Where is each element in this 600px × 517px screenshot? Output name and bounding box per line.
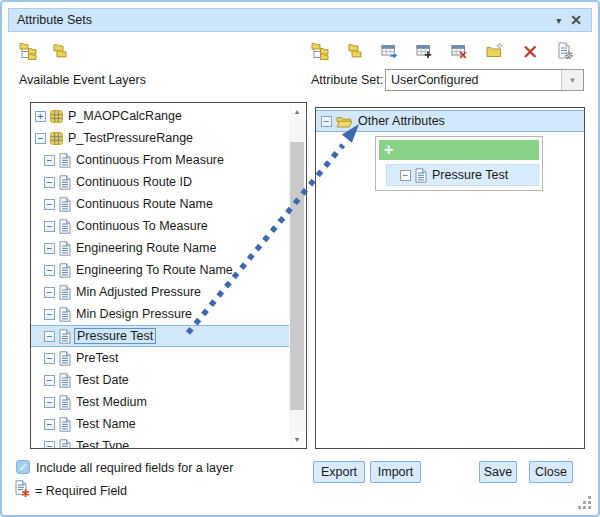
combobox-dropdown-button[interactable]: ▼ — [561, 70, 583, 90]
scrollbar-thumb[interactable] — [290, 142, 304, 410]
table-add-button[interactable] — [415, 41, 435, 61]
properties-icon — [556, 42, 574, 60]
properties-button[interactable] — [555, 41, 575, 61]
remove-button[interactable] — [520, 41, 540, 61]
tree-item-label: Continuous From Measure — [76, 153, 224, 167]
remove-icon — [521, 42, 539, 60]
field-icon — [59, 373, 71, 388]
drag-ghost: + − Pressure Test — [375, 136, 543, 191]
field-icon — [59, 439, 71, 450]
event-layer-icon — [50, 110, 63, 123]
collapse-box[interactable]: − — [44, 397, 55, 408]
attribute-set-label: Attribute Set: — [311, 73, 383, 87]
tree-item[interactable]: − P_TestPressureRange — [31, 127, 289, 149]
event-layer-icon — [50, 132, 63, 145]
tree-item[interactable]: − Continuous To Measure — [31, 215, 289, 237]
import-button[interactable]: Import — [370, 461, 421, 483]
collapse-box[interactable]: − — [44, 177, 55, 188]
tree-item-selected[interactable]: − Pressure Test — [31, 325, 289, 347]
tree-item-label: Other Attributes — [358, 114, 445, 128]
expand-box[interactable]: + — [35, 111, 46, 122]
copy-folders-button[interactable] — [345, 41, 365, 61]
tree-item-label: Pressure Test — [74, 328, 156, 344]
copy-folders-button[interactable] — [50, 41, 70, 61]
tree-item[interactable]: − PreTest — [31, 347, 289, 369]
tree-item[interactable]: − Min Adjusted Pressure — [31, 281, 289, 303]
collapse-box[interactable]: − — [44, 199, 55, 210]
tree-item[interactable]: − Min Design Pressure — [31, 303, 289, 325]
include-required-fields-checkbox[interactable]: ✓ — [16, 460, 30, 474]
attribute-set-value: UserConfigured — [386, 70, 561, 90]
tree-item[interactable]: − Test Type — [31, 435, 289, 449]
scroll-down-icon[interactable]: ▼ — [289, 432, 305, 447]
new-folder-button[interactable] — [485, 41, 505, 61]
collapse-panel-icon[interactable]: ▾ — [556, 15, 561, 26]
collapse-box[interactable]: − — [35, 133, 46, 144]
toolbar-right — [310, 41, 575, 61]
save-button[interactable]: Save — [479, 461, 517, 483]
collapse-box[interactable]: − — [44, 375, 55, 386]
chevron-down-icon: ▼ — [569, 76, 577, 85]
collapse-box[interactable]: − — [44, 155, 55, 166]
table-assign-button[interactable] — [380, 41, 400, 61]
new-folder-icon — [486, 42, 504, 60]
tree-item[interactable]: − Test Name — [31, 413, 289, 435]
tree-item-label: Test Date — [76, 373, 129, 387]
tree-item-label: Continuous Route Name — [76, 197, 213, 211]
scroll-up-icon[interactable]: ▲ — [289, 104, 305, 119]
attribute-sets-dialog: Attribute Sets ▾ ✕ Available Event Layer… — [0, 0, 600, 517]
tree-item-label: Continuous Route ID — [76, 175, 192, 189]
tree-item-other-attributes[interactable]: − Other Attributes — [316, 110, 584, 132]
dialog-title: Attribute Sets — [9, 13, 92, 27]
attribute-set-tree-icon — [19, 42, 37, 60]
field-icon — [59, 307, 71, 322]
tree-item-label: Test Type — [76, 439, 129, 449]
tree-item[interactable]: − Continuous Route ID — [31, 171, 289, 193]
field-icon — [59, 241, 71, 256]
table-assign-icon — [381, 42, 399, 60]
attribute-set-tree-button[interactable] — [310, 41, 330, 61]
drag-ghost-label: Pressure Test — [432, 168, 508, 182]
tree-item[interactable]: − Continuous Route Name — [31, 193, 289, 215]
tree-item-label: P_MAOPCalcRange — [68, 109, 182, 123]
tree-item[interactable]: − Test Date — [31, 369, 289, 391]
collapse-box[interactable]: − — [44, 331, 55, 342]
table-delete-icon — [451, 42, 469, 60]
collapse-box[interactable]: − — [44, 243, 55, 254]
available-event-layers-listbox: + P_MAOPCalcRange − P_TestPressureRange … — [30, 102, 307, 449]
close-icon[interactable]: ✕ — [570, 12, 582, 28]
collapse-box[interactable]: − — [44, 353, 55, 364]
field-icon — [59, 351, 71, 366]
tree-item-label: Test Name — [76, 417, 136, 431]
event-layers-tree: + P_MAOPCalcRange − P_TestPressureRange … — [31, 105, 289, 449]
attribute-set-tree-icon — [311, 42, 329, 60]
include-required-fields-label: Include all required fields for a layer — [36, 461, 233, 475]
tree-item[interactable]: − Test Medium — [31, 391, 289, 413]
collapse-box[interactable]: − — [321, 116, 332, 127]
close-button[interactable]: Close — [529, 461, 573, 483]
tree-item-label: Engineering Route Name — [76, 241, 216, 255]
attribute-set-combobox[interactable]: UserConfigured ▼ — [385, 69, 584, 91]
export-button[interactable]: Export — [313, 461, 365, 483]
tree-item-label: PreTest — [76, 351, 118, 365]
field-icon — [59, 329, 71, 344]
tree-item[interactable]: − Engineering Route Name — [31, 237, 289, 259]
collapse-box[interactable]: − — [44, 221, 55, 232]
resize-grip[interactable] — [578, 496, 593, 511]
tree-item[interactable]: + P_MAOPCalcRange — [31, 105, 289, 127]
collapse-box[interactable]: − — [44, 441, 55, 450]
tree-item[interactable]: − Engineering To Route Name — [31, 259, 289, 281]
vertical-scrollbar[interactable]: ▲ ▼ — [289, 104, 305, 447]
collapse-box[interactable]: − — [44, 419, 55, 430]
attribute-set-tree-button[interactable] — [18, 41, 38, 61]
tree-item-label: Test Medium — [76, 395, 147, 409]
tree-item-label: Continuous To Measure — [76, 219, 208, 233]
collapse-box[interactable]: − — [44, 309, 55, 320]
collapse-box[interactable]: − — [44, 287, 55, 298]
tree-item-label: P_TestPressureRange — [68, 131, 193, 145]
table-delete-button[interactable] — [450, 41, 470, 61]
table-add-icon — [416, 42, 434, 60]
field-icon — [59, 197, 71, 212]
collapse-box[interactable]: − — [44, 265, 55, 276]
tree-item[interactable]: − Continuous From Measure — [31, 149, 289, 171]
